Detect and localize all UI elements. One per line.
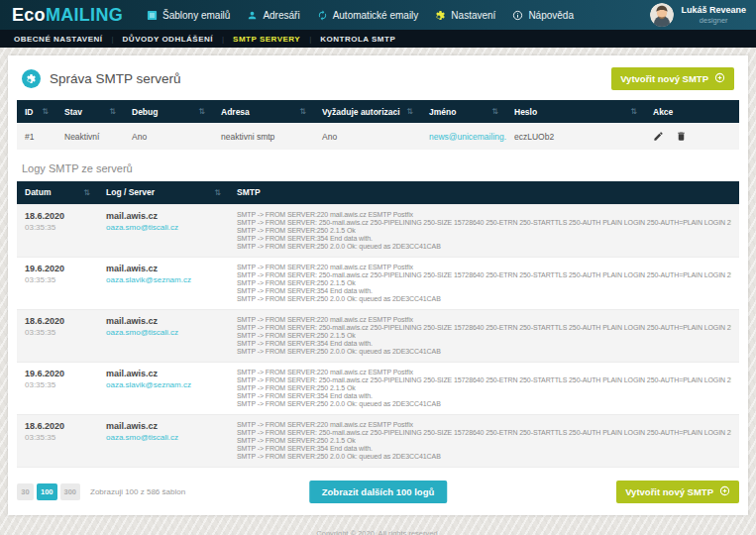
- log-table-row: 18.6.2020 03:35:35 mail.awis.cz oaza.smo…: [17, 414, 739, 467]
- user-menu[interactable]: Lukáš Reveane designer: [650, 3, 746, 27]
- avatar: [650, 3, 674, 27]
- col-header-log-server[interactable]: Log / Server⇅: [98, 181, 229, 204]
- nav-item-adresari[interactable]: Adresáři: [247, 10, 299, 21]
- subnav-item-kontrola-smtp[interactable]: KONTROLA SMTP: [320, 35, 395, 44]
- autorenew-icon: [317, 10, 328, 21]
- smtp-server-row: #1 Neaktivní Ano neaktivni smtp Ano news…: [17, 123, 739, 150]
- top-header: EcoMAILING Šablony emailů Adresáři Autom…: [0, 0, 756, 30]
- nav-item-automaticke-emaily[interactable]: Automatické emaily: [317, 10, 419, 21]
- sort-icon[interactable]: ⇅: [109, 107, 116, 116]
- log-date: 19.6.2020: [25, 264, 90, 273]
- log-email-link[interactable]: oaza.smo@tiscali.cz: [106, 223, 221, 232]
- log-server: mail.awis.cz: [106, 421, 221, 431]
- bottom-toolbar: 30 100 300 Zobrazuji 100 z 586 šablon Zo…: [17, 481, 739, 503]
- sort-icon[interactable]: ⇅: [198, 107, 205, 116]
- cell-stav: Neaktivní: [56, 123, 124, 150]
- nav-item-label: Nastavení: [451, 10, 495, 21]
- log-email-link[interactable]: oaza.smo@tiscali.cz: [106, 328, 221, 337]
- page-size-100-button[interactable]: 100: [37, 483, 57, 500]
- log-server: mail.awis.cz: [106, 264, 221, 273]
- log-table-row: 18.6.2020 03:35:35 mail.awis.cz oaza.smo…: [17, 309, 739, 362]
- log-email-link[interactable]: oaza.slavik@seznam.cz: [106, 380, 221, 389]
- help-icon: [512, 10, 523, 21]
- nav-item-label: Adresáři: [263, 10, 299, 21]
- log-smtp-line: SMTP -> FROM SERVER:354 End data with.: [237, 235, 731, 243]
- nav-item-label: Šablony emailů: [162, 10, 230, 21]
- show-more-logs-button[interactable]: Zobrazit dalších 100 logů: [309, 481, 448, 503]
- sort-icon[interactable]: ⇅: [299, 107, 306, 116]
- col-header-stav[interactable]: Stav⇅: [56, 100, 124, 123]
- user-name: Lukáš Reveane: [681, 5, 746, 16]
- sort-icon[interactable]: ⇅: [491, 107, 498, 116]
- log-table-row: 19.6.2020 03:35:35 mail.awis.cz oaza.sla…: [17, 257, 739, 309]
- log-smtp-line: SMTP -> FROM SERVER:354 End data with.: [237, 287, 731, 295]
- page-size-30-button[interactable]: 30: [17, 483, 34, 500]
- user-role: designer: [700, 16, 728, 25]
- log-server: mail.awis.cz: [106, 211, 221, 221]
- log-smtp-line: SMTP -> FROM SERVER:354 End data with.: [237, 340, 731, 348]
- cell-jmeno-link[interactable]: news@unicemailing.cz: [429, 132, 506, 142]
- create-smtp-button-bottom[interactable]: Vytvořit nový SMTP: [616, 481, 739, 503]
- col-header-id[interactable]: ID⇅: [17, 100, 56, 123]
- log-smtp-cell: SMTP -> FROM SERVER:220 mail.awis.cz ESM…: [229, 204, 739, 257]
- log-smtp-line: SMTP -> FROM SERVER:250 2.0.0 Ok: queued…: [237, 295, 731, 303]
- subnav-separator: |: [112, 35, 114, 44]
- page-size-300-button[interactable]: 300: [60, 483, 81, 500]
- log-smtp-cell: SMTP -> FROM SERVER:220 mail.awis.cz ESM…: [229, 414, 739, 467]
- edit-icon[interactable]: [653, 131, 664, 142]
- log-smtp-cell: SMTP -> FROM SERVER:220 mail.awis.cz ESM…: [229, 309, 739, 362]
- nav-item-nastaveni[interactable]: Nastavení: [435, 10, 495, 21]
- subnav-separator: |: [222, 35, 224, 44]
- log-date: 18.6.2020: [25, 211, 90, 221]
- nav-item-napoveda[interactable]: Nápověda: [512, 10, 574, 21]
- create-smtp-label: Vytvořit nový SMTP: [620, 73, 708, 84]
- smtp-table-header-row: ID⇅ Stav⇅ Debug⇅ Adresa⇅ Vyžaduje autori…: [17, 100, 739, 123]
- subnav-item-smtp-servery[interactable]: SMTP SERVERY: [233, 35, 300, 44]
- log-smtp-line: SMTP -> FROM SERVER:220 mail.awis.cz ESM…: [237, 316, 731, 324]
- nav-item-label: Nápověda: [528, 10, 574, 21]
- cell-vyzaduje-autorizaci: Ano: [314, 123, 421, 150]
- sort-icon[interactable]: ⇅: [214, 188, 221, 197]
- nav-item-sablony-emailu[interactable]: Šablony emailů: [147, 10, 230, 21]
- log-smtp-line: SMTP -> FROM SERVER:250 2.1.5 Ok: [237, 279, 731, 287]
- brand-logo[interactable]: EcoMAILING: [12, 5, 123, 26]
- log-smtp-line: SMTP -> FROM SERVER:220 mail.awis.cz ESM…: [237, 369, 731, 376]
- log-date: 18.6.2020: [25, 316, 90, 326]
- logs-heading: Logy SMTP ze serverů: [22, 162, 734, 174]
- sub-nav: OBECNÉ NASTAVENÍ | DŮVODY ODHLÁŠENÍ | SM…: [0, 30, 756, 48]
- brand-eco: Eco: [12, 5, 46, 25]
- log-time: 03:35:35: [25, 380, 90, 389]
- col-header-vyzaduje-autorizaci[interactable]: Vyžaduje autorizaci⇅: [314, 100, 421, 123]
- col-header-adresa[interactable]: Adresa⇅: [213, 100, 314, 123]
- col-header-heslo[interactable]: Heslo⇅: [506, 100, 645, 123]
- plus-circle-icon: [719, 485, 730, 498]
- sort-icon[interactable]: ⇅: [630, 107, 637, 116]
- log-smtp-line: SMTP -> FROM SERVER: 250-mail.awis.cz 25…: [237, 376, 731, 384]
- log-smtp-line: SMTP -> FROM SERVER:250 2.1.5 Ok: [237, 437, 731, 445]
- cell-adresa: neaktivni smtp: [213, 123, 314, 150]
- log-smtp-line: SMTP -> FROM SERVER:220 mail.awis.cz ESM…: [237, 264, 731, 271]
- log-smtp-cell: SMTP -> FROM SERVER:220 mail.awis.cz ESM…: [229, 257, 739, 309]
- create-smtp-button-top[interactable]: Vytvořit nový SMTP: [611, 67, 734, 90]
- log-time: 03:35:35: [25, 433, 90, 442]
- pagination-summary: Zobrazuji 100 z 586 šablon: [90, 487, 185, 496]
- page-title-row: Správa SMTP serverů Vytvořit nový SMTP: [17, 63, 739, 100]
- settings-badge-icon: [22, 69, 41, 88]
- log-smtp-line: SMTP -> FROM SERVER: 250-mail.awis.cz 25…: [237, 324, 731, 332]
- col-header-debug[interactable]: Debug⇅: [124, 100, 213, 123]
- log-email-link[interactable]: oaza.slavik@seznam.cz: [106, 275, 221, 284]
- log-smtp-line: SMTP -> FROM SERVER:354 End data with.: [237, 445, 731, 453]
- sort-icon[interactable]: ⇅: [406, 107, 413, 116]
- log-smtp-line: SMTP -> FROM SERVER:250 2.1.5 Ok: [237, 227, 731, 235]
- sort-icon[interactable]: ⇅: [83, 188, 90, 197]
- col-header-datum[interactable]: Datum⇅: [17, 181, 98, 204]
- log-date: 18.6.2020: [25, 421, 90, 431]
- delete-icon[interactable]: [676, 131, 687, 142]
- sort-icon[interactable]: ⇅: [42, 107, 49, 116]
- col-header-jmeno[interactable]: Jméno⇅: [421, 100, 506, 123]
- log-email-link[interactable]: oaza.smo@tiscali.cz: [106, 433, 221, 442]
- templates-icon: [147, 10, 158, 21]
- footer: Copyright © 2020, All rights reserved.: [0, 515, 756, 535]
- subnav-item-obecne-nastaveni[interactable]: OBECNÉ NASTAVENÍ: [14, 35, 103, 44]
- subnav-item-duvody-odhlaseni[interactable]: DŮVODY ODHLÁŠENÍ: [123, 35, 213, 44]
